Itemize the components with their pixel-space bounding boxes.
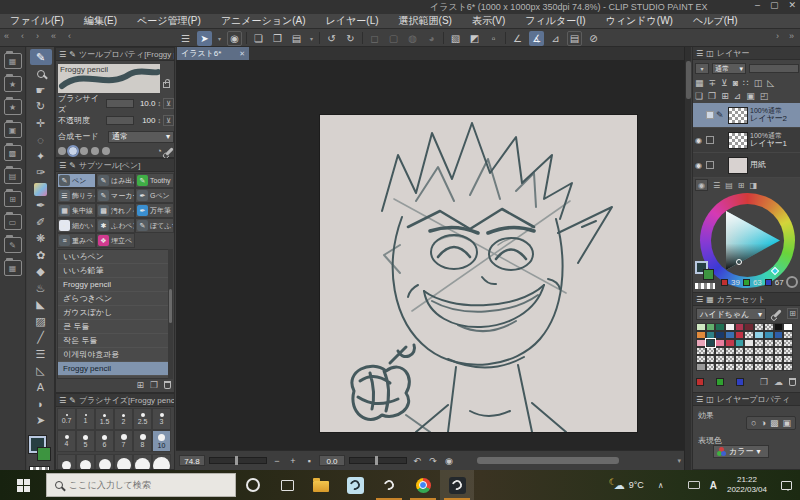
layer-row[interactable]: ◉ ✎ 100%通常 レイヤー1 [693,128,800,153]
reset-rotation-button[interactable]: ◉ [443,456,455,466]
color-swatch[interactable] [744,355,754,363]
visibility-eye-icon[interactable]: ◉ [695,136,704,145]
panel-menu-icon[interactable]: ☰ [696,49,703,58]
toolbar-icon[interactable]: ◉ [227,31,242,46]
color-swatch[interactable] [744,323,754,331]
tool-icon[interactable]: ◺ [30,363,52,379]
toolbar-icon[interactable]: ▤ [289,31,304,46]
sub-tool-tile[interactable]: ✒ Gペン [135,188,174,203]
vertical-scrollbar[interactable] [684,47,691,470]
color-swatch[interactable] [764,363,774,371]
brush-size-slider[interactable] [106,99,134,108]
minimize-button[interactable]: – [755,0,760,10]
toolbar-icon[interactable]: ▾ [308,31,315,46]
dock-arrow-icon[interactable]: › [36,31,39,41]
color-swatch[interactable] [715,331,725,339]
opacity-value[interactable]: 100 [136,116,156,125]
close-button[interactable]: ✕ [788,0,796,10]
layer-toolbar-icon[interactable]: ◙ [733,78,738,88]
color-swatch[interactable] [725,339,735,347]
brush-tip-swatch[interactable] [69,147,77,155]
duplicate-swatch-icon[interactable]: ❐ [760,377,768,387]
toolbar-icon[interactable]: ▧ [448,31,463,46]
brush-size-cell[interactable]: 4 [57,430,76,452]
panel-arrow-icon[interactable]: » [789,31,794,41]
sub-tool-list-item[interactable]: ガウスぼかし [58,306,168,320]
sub-tool-list-item[interactable]: Froggy pencil [58,278,168,292]
brush-size-value[interactable]: 10.0 [136,99,156,108]
background-color-swatch[interactable] [703,269,714,280]
material-folder-icon[interactable]: ▣ [4,122,22,138]
registered-red-swatch[interactable] [696,378,704,386]
material-folder-icon[interactable]: ▤ [4,168,22,184]
menu-item[interactable]: ウィンドウ(W) [596,14,683,28]
fit-screen-button[interactable]: ▪ [303,456,315,466]
sub-tool-tile[interactable]: • 細かいト [57,218,96,233]
settings-wrench-icon[interactable] [165,147,173,155]
zoom-slider[interactable] [209,457,267,464]
color-swatch[interactable] [783,347,793,355]
brush-tip-swatch[interactable] [80,147,88,155]
layer-opacity-slider[interactable] [749,64,799,73]
brush-size-cell[interactable]: 8 [133,430,152,452]
brush-size-cell[interactable] [57,454,76,470]
color-swatch[interactable] [706,331,716,339]
color-swatch[interactable] [715,355,725,363]
color-swatch[interactable] [715,323,725,331]
color-swatch[interactable] [744,363,754,371]
cloud-icon[interactable]: ☁ [774,377,783,387]
layer-toolbar-icon[interactable]: ∷ [743,78,749,88]
color-swatch[interactable] [735,363,745,371]
color-swatch[interactable] [725,331,735,339]
start-button[interactable] [0,470,46,500]
toolbar-icon[interactable]: ⊿ [548,31,563,46]
color-swatch[interactable] [706,363,716,371]
color-swatch[interactable] [783,339,793,347]
layer-property-tab[interactable]: レイヤープロパティ [717,394,791,405]
toolbar-icon[interactable]: ∡ [529,31,544,46]
toolbar-icon[interactable]: ◕ [424,31,439,46]
rotate-right-button[interactable]: ↷ [427,456,439,466]
tool-icon[interactable]: ✦ [30,148,52,164]
color-swatch[interactable] [764,355,774,363]
color-panel-tab-icon[interactable]: ☰ [713,181,720,190]
tab-close-icon[interactable]: ✕ [239,50,245,58]
tool-icon[interactable]: ✛ [30,115,52,131]
menu-item[interactable]: ヘルプ(H) [683,14,748,28]
color-swatch[interactable] [783,323,793,331]
transparent-color-swatch[interactable] [695,283,715,289]
sub-tool-list-item[interactable]: いいろ鉛筆 [58,264,168,278]
blend-mode-dropdown[interactable]: 通常▾ [108,131,174,143]
rotate-left-button[interactable]: ↶ [411,456,423,466]
color-swatch[interactable] [706,323,716,331]
toolbar-icon[interactable] [443,32,444,44]
color-swatch[interactable] [725,347,735,355]
cortana-button[interactable] [236,470,270,500]
sub-tool-tile[interactable]: ☰ 飾りライ [57,188,96,203]
color-swatch[interactable] [735,331,745,339]
layer-blend-dropdown[interactable]: 通常▾ [712,63,746,74]
color-swatch[interactable] [764,323,774,331]
color-swatch[interactable] [774,323,784,331]
material-folder-icon[interactable]: ★ [4,99,22,115]
color-swatch[interactable] [764,347,774,355]
brush-tip-swatch[interactable] [91,147,99,155]
horizontal-scrollbar[interactable] [477,457,619,464]
color-swatch[interactable] [715,363,725,371]
material-folder-icon[interactable]: ▩ [4,145,22,161]
tool-icon[interactable]: ➤ [30,412,52,428]
layer-toolbar-icon[interactable]: ❐ [708,91,716,101]
toolbar-icon[interactable]: ▾ [216,31,223,46]
color-swatch[interactable] [696,331,706,339]
color-swatch[interactable] [696,363,706,371]
toolbar-icon[interactable]: ❐ [270,31,285,46]
background-color-swatch[interactable] [37,447,51,461]
brush-size-cell[interactable]: 1.5 [95,408,114,430]
taskbar-search[interactable] [46,473,236,497]
brush-size-cell[interactable]: 10 [152,430,171,452]
hidden-icons-chevron[interactable]: ∧ [658,481,664,490]
brush-size-cell[interactable] [133,454,152,470]
color-swatch[interactable] [725,355,735,363]
task-view-button[interactable] [270,470,304,500]
color-wheel-tab[interactable]: ◉ [695,179,708,191]
